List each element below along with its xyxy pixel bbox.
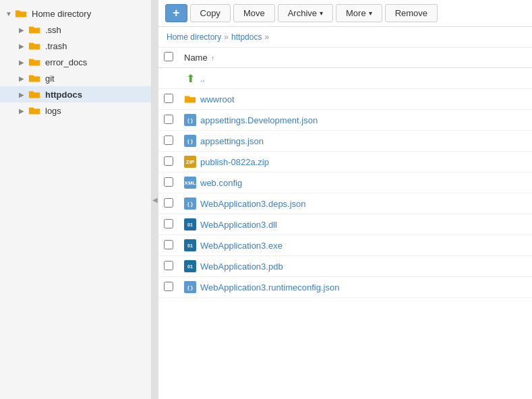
sidebar-item-ssh[interactable]: ▶ .ssh <box>0 22 151 38</box>
table-row: ZIPpublish-0822a.zip <box>158 152 532 173</box>
row-name-cell: XMLweb.config <box>179 173 532 193</box>
breadcrumb-home[interactable]: Home directory <box>167 32 221 42</box>
file-link[interactable]: publish-0822a.zip <box>200 157 269 167</box>
table-row: 01WebApplication3.dll <box>158 214 532 235</box>
select-all-checkbox[interactable] <box>164 52 173 61</box>
expand-arrow: ▼ <box>5 10 15 18</box>
file-tbody: ⬆ .. wwwroot{ }appsettings.Development.j… <box>158 68 532 298</box>
row-name-cell: { }WebApplication3.deps.json <box>179 193 532 214</box>
breadcrumb-current[interactable]: httpdocs <box>231 32 262 42</box>
config-icon: XML <box>184 177 196 189</box>
copy-button[interactable]: Copy <box>190 4 231 22</box>
file-list-container: Name ↑ ⬆ .. wwwroot{ }appsettings. <box>158 48 532 399</box>
more-button[interactable]: More ▾ <box>336 4 382 22</box>
expand-arrow: ▶ <box>19 59 28 66</box>
table-row: { }appsettings.json <box>158 131 532 152</box>
table-row: { }WebApplication3.deps.json <box>158 193 532 214</box>
row-checkbox[interactable] <box>164 135 173 145</box>
row-checkbox-cell <box>158 214 179 235</box>
remove-button[interactable]: Remove <box>385 4 438 22</box>
json-icon: { } <box>184 281 196 293</box>
add-button[interactable]: + <box>165 4 187 22</box>
folder-icon <box>28 105 42 116</box>
sidebar-item-git[interactable]: ▶ git <box>0 70 151 86</box>
expand-arrow: ▶ <box>19 107 28 115</box>
row-checkbox-cell <box>158 277 179 298</box>
row-name-cell: { }appsettings.Development.json <box>179 110 532 131</box>
row-name-cell: ZIPpublish-0822a.zip <box>179 152 532 173</box>
row-checkbox[interactable] <box>164 198 173 208</box>
row-checkbox[interactable] <box>164 115 173 124</box>
sidebar-item-label: .trash <box>45 41 67 51</box>
folder-icon <box>15 8 28 19</box>
row-checkbox-cell <box>158 89 179 110</box>
file-link[interactable]: wwwroot <box>200 94 235 104</box>
folder-icon <box>184 93 196 105</box>
breadcrumb: Home directory » httpdocs » <box>158 27 532 48</box>
row-checkbox[interactable] <box>164 282 173 291</box>
sidebar-item-error-docs[interactable]: ▶ error_docs <box>0 54 151 70</box>
row-name-cell: 01WebApplication3.pdb <box>179 256 532 277</box>
expand-arrow: ▶ <box>19 75 28 82</box>
file-link[interactable]: WebApplication3.pdb <box>200 262 283 272</box>
row-checkbox-cell <box>158 173 179 193</box>
row-checkbox-cell <box>158 193 179 214</box>
row-checkbox[interactable] <box>164 261 173 270</box>
folder-icon <box>28 24 42 35</box>
toolbar: + Copy Move Archive ▾ More ▾ Remove <box>158 0 532 27</box>
table-row: wwwroot <box>158 89 532 110</box>
expand-arrow: ▶ <box>19 26 28 34</box>
row-checkbox-cell <box>158 131 179 152</box>
row-checkbox[interactable] <box>164 94 173 103</box>
file-link[interactable]: web.config <box>200 178 242 188</box>
binary-icon: 01 <box>184 218 196 231</box>
sidebar-item-trash[interactable]: ▶ .trash <box>0 38 151 54</box>
folder-icon <box>28 57 42 67</box>
file-link[interactable]: WebApplication3.exe <box>200 241 283 251</box>
file-link[interactable]: WebApplication3.dll <box>200 220 277 230</box>
up-icon: ⬆ <box>184 72 196 84</box>
header-check <box>158 48 179 68</box>
breadcrumb-sep2: » <box>264 32 269 42</box>
up-link[interactable]: .. <box>200 73 205 84</box>
row-checkbox[interactable] <box>164 177 173 187</box>
binary-icon: 01 <box>184 239 196 251</box>
sidebar-item-label: Home directory <box>32 9 91 19</box>
file-link[interactable]: WebApplication3.runtimeconfig.json <box>200 282 339 293</box>
sort-arrow: ↑ <box>211 55 214 62</box>
file-link[interactable]: appsettings.json <box>200 136 264 146</box>
sidebar-item-label: httpdocs <box>45 90 82 100</box>
table-row: 01WebApplication3.pdb <box>158 256 532 277</box>
row-name-cell: { }appsettings.json <box>179 131 532 152</box>
expand-arrow: ▶ <box>19 42 28 50</box>
sidebar-item-label: .ssh <box>45 25 61 35</box>
sidebar-item-logs[interactable]: ▶ logs <box>0 102 151 119</box>
file-link[interactable]: appsettings.Development.json <box>200 115 318 125</box>
table-row: ⬆ .. <box>158 68 532 89</box>
row-checkbox-cell <box>158 110 179 131</box>
breadcrumb-sep: » <box>224 32 229 42</box>
row-checkbox[interactable] <box>164 156 173 166</box>
file-table: Name ↑ ⬆ .. wwwroot{ }appsettings. <box>158 48 532 298</box>
sidebar-item-label: logs <box>45 106 61 116</box>
move-button[interactable]: Move <box>233 4 275 22</box>
binary-icon: 01 <box>184 260 196 272</box>
table-row: 01WebApplication3.exe <box>158 235 532 256</box>
row-checkbox-cell <box>158 152 179 173</box>
sidebar-item-home[interactable]: ▼ Home directory <box>0 5 151 22</box>
up-check-cell <box>158 68 179 89</box>
header-name[interactable]: Name ↑ <box>179 48 532 68</box>
more-dropdown-arrow: ▾ <box>369 9 372 17</box>
row-name-cell: { }WebApplication3.runtimeconfig.json <box>179 277 532 298</box>
sidebar-item-httpdocs[interactable]: ▶ httpdocs <box>0 86 151 102</box>
row-checkbox[interactable] <box>164 219 173 228</box>
archive-button[interactable]: Archive ▾ <box>278 4 333 22</box>
row-checkbox[interactable] <box>164 240 173 249</box>
row-name-cell: wwwroot <box>179 89 532 110</box>
resize-handle[interactable] <box>152 0 158 399</box>
archive-dropdown-arrow: ▾ <box>320 9 323 17</box>
folder-icon <box>28 89 42 100</box>
file-link[interactable]: WebApplication3.deps.json <box>200 199 306 209</box>
table-row: XMLweb.config <box>158 173 532 193</box>
row-name-cell: 01WebApplication3.exe <box>179 235 532 256</box>
